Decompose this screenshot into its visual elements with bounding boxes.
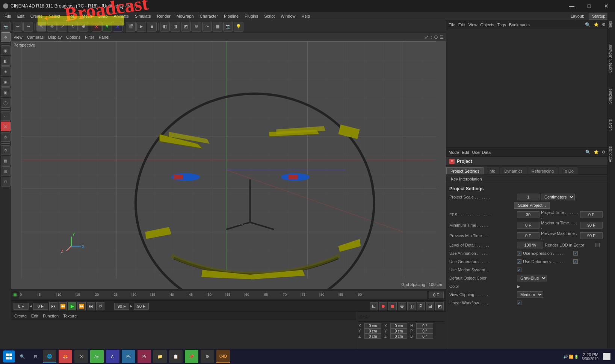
tool-last[interactable]: ⊟ <box>1 177 11 187</box>
menu-simulate[interactable]: Simulate <box>132 13 154 19</box>
menu-character[interactable]: Character <box>197 13 221 19</box>
taskbar-ae[interactable]: Ae <box>90 350 104 363</box>
attr-bookmark-icon[interactable]: ⭐ <box>594 150 599 155</box>
menu-help[interactable]: Help <box>298 13 313 19</box>
tb-z[interactable]: Z <box>113 22 122 32</box>
tb-move[interactable]: ✥ <box>47 22 57 32</box>
tb-view-eye[interactable]: 💡 <box>234 22 243 32</box>
menu-file[interactable]: File <box>2 13 14 19</box>
record-red[interactable]: ⏺ <box>379 302 387 310</box>
obj-edit[interactable]: Edit <box>458 23 465 27</box>
use-animation-checkbox[interactable] <box>517 251 521 256</box>
project-time-input[interactable] <box>580 211 603 218</box>
rot-x-input[interactable] <box>390 323 407 328</box>
tl-texture[interactable]: Texture <box>63 314 77 318</box>
go-end-button[interactable]: ⏭ <box>87 302 95 310</box>
side-tab-attributes[interactable]: Attributes <box>608 139 615 170</box>
menu-snap[interactable]: Snap <box>95 13 111 19</box>
attr-mode[interactable]: Mode <box>449 150 459 155</box>
menu-edit[interactable]: Edit <box>14 13 27 19</box>
tool-bend[interactable]: ↻ <box>1 145 11 155</box>
tb-scale[interactable]: ⤢ <box>57 22 67 32</box>
use-deformers-checkbox[interactable] <box>573 259 578 264</box>
obj-objects[interactable]: Objects <box>480 23 494 27</box>
size-h-input[interactable] <box>416 323 433 328</box>
view-clipping-select[interactable]: Medium <box>517 291 543 298</box>
taskbar-ai[interactable]: Ai <box>106 350 119 363</box>
tab-dynamics[interactable]: Dynamics <box>500 167 526 174</box>
tb-x[interactable]: X <box>92 22 101 32</box>
step-forward-button[interactable]: ⏩ <box>77 302 86 310</box>
fps-input[interactable] <box>517 211 539 218</box>
tool-camera[interactable]: 📷 <box>1 22 11 32</box>
key-pos[interactable]: ◩ <box>435 302 444 310</box>
vp-view[interactable]: View <box>14 35 23 39</box>
notifications-button[interactable]: ⬜ <box>601 351 612 362</box>
tool-poly[interactable]: ◧ <box>1 56 11 66</box>
minimize-button[interactable]: — <box>563 0 580 12</box>
taskbar-ps[interactable]: Ps <box>122 350 135 363</box>
obj-bookmark-icon[interactable]: ⭐ <box>594 22 599 27</box>
go-start-button[interactable]: ⏮ <box>49 302 57 310</box>
vp-panel[interactable]: Panel <box>99 35 109 39</box>
viewport-toggle[interactable]: ⊡ <box>370 302 378 310</box>
tool-spline[interactable]: ◈ <box>1 66 11 76</box>
tab-project-settings[interactable]: Project Settings <box>446 167 484 174</box>
key-sel[interactable]: P <box>417 302 425 310</box>
tb-undo[interactable]: ↩ <box>13 22 23 32</box>
coord-z-input[interactable] <box>364 334 381 339</box>
rot-y-input[interactable] <box>390 328 407 334</box>
vp-cameras[interactable]: Cameras <box>27 35 44 39</box>
obj-bookmarks[interactable]: Bookmarks <box>509 23 530 27</box>
current-frame-input[interactable] <box>429 292 444 298</box>
tool-sphere[interactable]: ◯ <box>1 98 11 108</box>
tool-tag[interactable]: ⑤ <box>1 132 11 142</box>
taskbar-app8[interactable]: 📋 <box>169 350 183 363</box>
tb-all[interactable]: ⊕ <box>79 22 88 32</box>
use-generators-checkbox[interactable] <box>517 259 521 264</box>
obj-search-icon[interactable]: 🔍 <box>585 22 591 27</box>
timeline-ruler-bar[interactable]: 0 5 10 15 20 25 30 35 40 45 50 55 60 65 <box>19 291 427 299</box>
tb-film[interactable]: 🎬 <box>126 22 136 32</box>
menu-window[interactable]: Window <box>278 13 298 19</box>
preview-end-input[interactable] <box>134 303 149 310</box>
taskbar-pr[interactable]: Pr <box>138 350 151 363</box>
use-expression-checkbox[interactable] <box>573 251 578 256</box>
max-time-input[interactable] <box>580 222 603 229</box>
tool-3d[interactable]: ◉ <box>1 77 11 87</box>
coord-y-input[interactable] <box>364 328 381 334</box>
frame-start-input[interactable] <box>14 303 29 310</box>
key-anim[interactable]: ⊟ <box>426 302 434 310</box>
menu-mesh[interactable]: Mesh <box>79 13 95 19</box>
preview-max-input[interactable] <box>580 232 603 239</box>
lod-input[interactable] <box>517 242 543 248</box>
side-tab-layers[interactable]: Layers <box>608 112 615 138</box>
tb-select[interactable]: ↖ <box>36 22 46 32</box>
vp-filter[interactable]: Filter <box>85 35 94 39</box>
attr-userdata[interactable]: User Data <box>472 150 491 155</box>
taskbar-app9[interactable]: 📌 <box>185 350 198 363</box>
vp-ctrl-1[interactable]: ⤢ <box>425 34 429 40</box>
taskbar-firefox[interactable]: 🦊 <box>59 350 72 363</box>
stop-red[interactable]: ⏹ <box>388 302 397 310</box>
project-scale-unit-select[interactable]: Centimeters <box>541 194 575 200</box>
taskbar-app3[interactable]: ✕ <box>74 350 88 363</box>
tb-view-grid[interactable]: ▦ <box>213 22 222 32</box>
coord-x-input[interactable] <box>364 323 381 328</box>
size-p-input[interactable] <box>416 328 433 334</box>
tool-select-rect[interactable]: S <box>1 122 11 131</box>
taskbar-c4d[interactable]: C4D <box>216 350 230 363</box>
menu-select[interactable]: Select <box>46 13 63 19</box>
close-button[interactable]: ✕ <box>598 0 615 12</box>
vp-options[interactable]: Options <box>66 35 80 39</box>
side-tab-structure[interactable]: Structure <box>608 81 615 111</box>
tool-cube[interactable]: ▣ <box>1 87 11 97</box>
subtab-key-interpolation[interactable]: Key Interpolation <box>448 176 485 182</box>
tb-play2[interactable]: ▶ <box>136 22 146 32</box>
side-tab-tags[interactable]: Tags <box>608 14 615 36</box>
tl-create[interactable]: Create <box>14 314 27 318</box>
menu-plugins[interactable]: Plugins <box>242 13 261 19</box>
obj-view[interactable]: View <box>468 23 477 27</box>
start-button[interactable] <box>3 350 15 362</box>
tb-view-wire[interactable]: ◩ <box>181 22 191 32</box>
